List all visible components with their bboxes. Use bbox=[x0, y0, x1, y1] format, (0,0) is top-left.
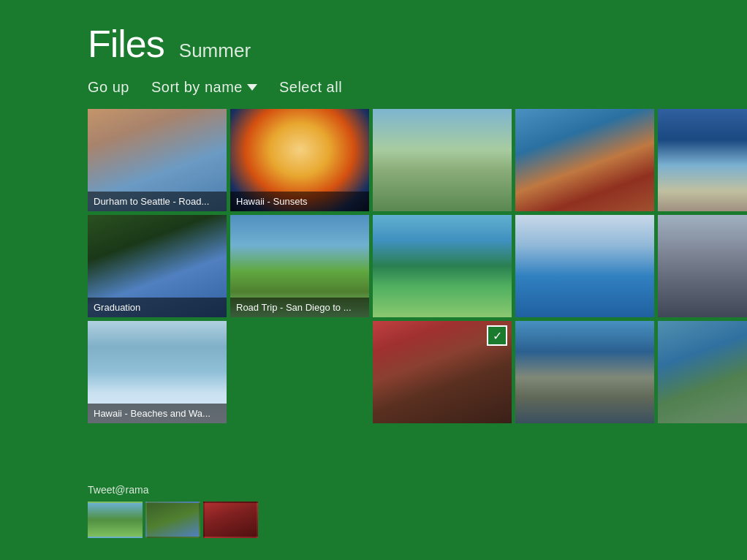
grid-item-rock-ocean[interactable] bbox=[515, 321, 654, 423]
item-label: Graduation bbox=[88, 298, 227, 317]
item-label: Hawaii - Sunsets bbox=[230, 192, 369, 211]
go-up-button[interactable]: Go up bbox=[88, 79, 129, 96]
page-subtitle: Summer bbox=[179, 39, 251, 62]
sort-by-button[interactable]: Sort by name bbox=[151, 79, 243, 96]
thumbnail-thumb1[interactable] bbox=[88, 502, 143, 538]
photo-grid: Durham to Seattle - Road...Hawaii - Suns… bbox=[0, 109, 747, 423]
grid-item-girl-dog[interactable]: ✓ bbox=[373, 321, 512, 423]
header: Files Summer bbox=[0, 0, 747, 66]
grid-item-green-hills[interactable] bbox=[658, 321, 747, 423]
item-label: Durham to Seattle - Road... bbox=[88, 192, 227, 211]
chevron-down-icon[interactable] bbox=[247, 84, 257, 91]
thumbnail-thumb2[interactable] bbox=[145, 502, 200, 538]
grid-item-coast1[interactable] bbox=[515, 109, 654, 211]
grid-item-durham[interactable]: Durham to Seattle - Road... bbox=[88, 109, 227, 211]
toolbar: Go up Sort by name Select all bbox=[0, 66, 747, 109]
grid-item-roadtrip[interactable]: Road Trip - San Diego to ... bbox=[230, 215, 369, 317]
grid-item-ocean1[interactable] bbox=[515, 215, 654, 317]
grid-item-waterfall[interactable]: Hawaii - Beaches and Wa... bbox=[88, 321, 227, 423]
sort-container: Sort by name bbox=[151, 79, 257, 96]
grid-item-graduation[interactable]: Graduation bbox=[88, 215, 227, 317]
grid-item-maui1[interactable] bbox=[373, 109, 512, 211]
thumbnail-strip bbox=[88, 502, 258, 538]
thumbnail-thumb3[interactable] bbox=[203, 502, 258, 538]
select-all-button[interactable]: Select all bbox=[279, 79, 342, 96]
grid-item-empty bbox=[230, 321, 369, 423]
tweet-label: Tweet@rama bbox=[88, 484, 258, 496]
selected-check-icon: ✓ bbox=[487, 325, 507, 346]
grid-item-cliffs1[interactable] bbox=[658, 215, 747, 317]
grid-item-palmtrees[interactable] bbox=[373, 215, 512, 317]
item-label: Road Trip - San Diego to ... bbox=[230, 298, 369, 317]
page-title: Files bbox=[88, 22, 164, 66]
item-label: Hawaii - Beaches and Wa... bbox=[88, 404, 227, 423]
grid-item-hawaii-sunsets[interactable]: Hawaii - Sunsets bbox=[230, 109, 369, 211]
tweet-section: Tweet@rama bbox=[88, 484, 258, 538]
grid-item-coast2[interactable] bbox=[658, 109, 747, 211]
